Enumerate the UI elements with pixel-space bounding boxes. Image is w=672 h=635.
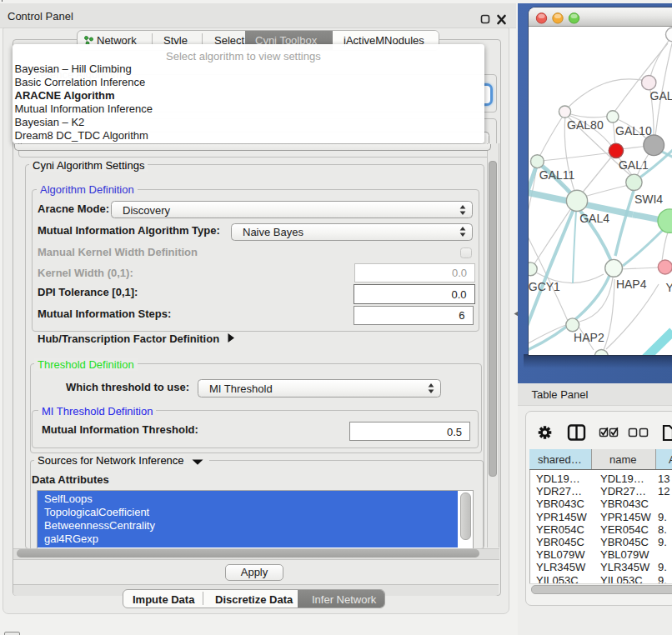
- svg-text:GAL80: GAL80: [567, 118, 604, 132]
- svg-text:GAL1: GAL1: [619, 158, 649, 171]
- svg-text:GAL2: GAL2: [650, 88, 672, 102]
- svg-text:GAL11: GAL11: [539, 168, 575, 181]
- svg-text:Y: Y: [665, 280, 672, 293]
- svg-text:HAP4: HAP4: [616, 278, 647, 291]
- svg-text:GCY1: GCY1: [529, 280, 560, 293]
- svg-text:HAP2: HAP2: [574, 331, 604, 344]
- svg-text:SWI4: SWI4: [634, 192, 663, 205]
- svg-text:GAL10: GAL10: [615, 123, 652, 137]
- svg-text:GAL4: GAL4: [579, 211, 609, 224]
